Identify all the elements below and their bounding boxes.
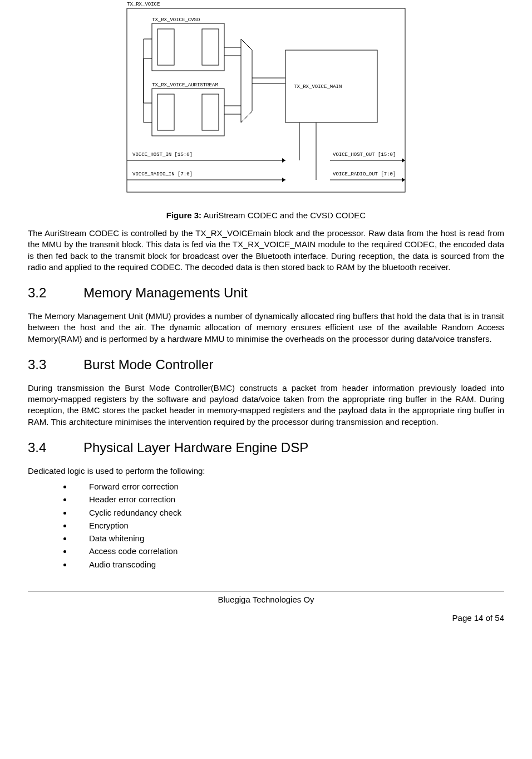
list-item: Audio transcoding <box>72 558 504 571</box>
heading-title: Memory Managements Unit <box>83 285 248 300</box>
heading-title: Burst Mode Controller <box>83 357 213 372</box>
mux-shape <box>241 39 252 123</box>
figure-caption: Figure 3: AuriStream CODEC and the CVSD … <box>28 210 504 220</box>
heading-3-3: 3.3Burst Mode Controller <box>28 357 504 373</box>
auristream-box <box>152 89 224 136</box>
label-voice-radio-out: VOICE_RADIO_OUT [7:0] <box>333 172 396 177</box>
list-item: Cyclic redundancy check <box>72 506 504 519</box>
svg-marker-19 <box>402 158 405 163</box>
figure-label: Figure 3: <box>166 210 201 220</box>
list-item: Data whitening <box>72 532 504 545</box>
cvsd-box <box>152 23 224 71</box>
footer-company: Bluegiga Technologies Oy <box>28 595 504 604</box>
svg-rect-1 <box>202 29 219 65</box>
footer-page-number: Page 14 of 54 <box>28 613 504 623</box>
bullet-list: Forward error correction Header error co… <box>28 480 504 571</box>
label-cvsd: TX_RX_VOICE_CVSD <box>152 17 200 23</box>
label-outer: TX_RX_VOICE <box>127 2 160 7</box>
label-voice-radio-in: VOICE_RADIO_IN [7:0] <box>132 172 193 177</box>
footer-divider <box>28 591 504 591</box>
list-item: Encryption <box>72 519 504 532</box>
list-item: Forward error correction <box>72 480 504 493</box>
list-item: Header error correction <box>72 493 504 506</box>
label-main: TX_RX_VOICE_MAIN <box>294 84 342 90</box>
svg-rect-3 <box>202 94 219 130</box>
list-item: Access code correlation <box>72 545 504 557</box>
svg-marker-23 <box>402 178 405 182</box>
figure-caption-text: AuriStream CODEC and the CVSD CODEC <box>203 210 366 220</box>
paragraph-1: The AuriStream CODEC is controlled by th… <box>28 228 504 273</box>
label-voice-host-out: VOICE_HOST_OUT [15:0] <box>333 152 396 158</box>
heading-num: 3.4 <box>28 440 83 456</box>
svg-rect-0 <box>157 29 174 65</box>
document-page: TX_RX_VOICE TX_RX_VOICE_CVSD TX_RX_VOICE… <box>0 0 532 759</box>
heading-3-2: 3.2Memory Managements Unit <box>28 285 504 301</box>
svg-marker-17 <box>282 158 285 163</box>
block-diagram-svg: TX_RX_VOICE TX_RX_VOICE_CVSD TX_RX_VOICE… <box>121 0 411 200</box>
outer-box <box>127 8 405 192</box>
paragraph-2: The Memory Management Unit (MMU) provide… <box>28 311 504 345</box>
heading-num: 3.2 <box>28 285 83 301</box>
heading-num: 3.3 <box>28 357 83 373</box>
paragraph-3: During transmission the Burst Mode Contr… <box>28 383 504 428</box>
svg-rect-2 <box>157 94 174 130</box>
paragraph-4: Dedicated logic is used to perform the f… <box>28 466 504 477</box>
svg-marker-21 <box>282 178 285 182</box>
heading-title: Physical Layer Hardware Engine DSP <box>83 440 308 455</box>
label-auristream: TX_RX_VOICE_AURISTREAM <box>152 82 218 88</box>
figure-diagram: TX_RX_VOICE TX_RX_VOICE_CVSD TX_RX_VOICE… <box>28 0 504 200</box>
heading-3-4: 3.4Physical Layer Hardware Engine DSP <box>28 440 504 456</box>
label-voice-host-in: VOICE_HOST_IN [15:0] <box>132 152 193 158</box>
